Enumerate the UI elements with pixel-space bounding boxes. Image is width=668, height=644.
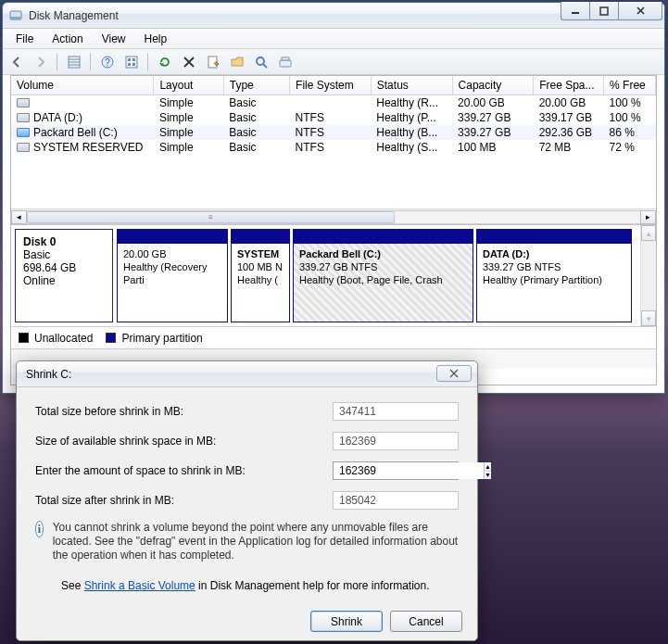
rescan-button[interactable] xyxy=(251,52,271,72)
see-prefix: See xyxy=(61,579,84,592)
svg-rect-13 xyxy=(128,63,131,66)
volume-table: Volume Layout Type File System Status Ca… xyxy=(11,76,656,155)
settings-button[interactable] xyxy=(121,52,142,72)
partition-block[interactable]: SYSTEM100 MB NHealthy ( xyxy=(231,229,290,322)
svg-rect-14 xyxy=(132,63,135,66)
label-total-before: Total size before shrink in MB: xyxy=(35,405,333,418)
scroll-left-button[interactable]: ◂ xyxy=(11,210,27,224)
partition-status: Healthy (Primary Partition) xyxy=(483,273,625,286)
menubar: File Action View Help xyxy=(3,29,664,49)
spinner-up-button[interactable]: ▲ xyxy=(485,462,491,472)
explore-button[interactable] xyxy=(275,52,296,72)
svg-point-16 xyxy=(257,57,264,65)
table-row[interactable]: SimpleBasicHealthy (R...20.00 GB20.00 GB… xyxy=(11,95,656,111)
menu-file[interactable]: File xyxy=(6,31,43,47)
app-icon xyxy=(8,8,23,23)
partition-bar xyxy=(118,230,227,244)
legend: Unallocated Primary partition xyxy=(11,326,656,348)
separator xyxy=(57,53,58,71)
spinner-down-button[interactable]: ▼ xyxy=(485,472,491,480)
forward-button[interactable] xyxy=(31,52,51,72)
partition-size: 339.27 GB NTFS xyxy=(299,260,467,273)
partition-bar xyxy=(477,230,631,244)
help-line: See Shrink a Basic Volume in Disk Manage… xyxy=(61,579,459,592)
toolbar: ? xyxy=(3,49,664,75)
dialog-close-button[interactable] xyxy=(436,365,472,382)
info-text: You cannot shrink a volume beyond the po… xyxy=(53,521,459,562)
menu-action[interactable]: Action xyxy=(43,31,92,47)
scroll-up-button[interactable]: ▴ xyxy=(641,225,656,241)
col-type[interactable]: Type xyxy=(223,76,289,95)
properties-button[interactable] xyxy=(203,52,223,72)
col-capacity[interactable]: Capacity xyxy=(452,76,534,95)
h-scrollbar[interactable]: ◂ ≡ ▸ xyxy=(11,208,656,224)
partition-block[interactable]: Packard Bell (C:)339.27 GB NTFSHealthy (… xyxy=(293,229,473,322)
value-avail-shrink: 162369 xyxy=(333,432,459,450)
partition-size: 339.27 GB NTFS xyxy=(483,260,625,273)
volume-icon xyxy=(17,143,30,152)
col-pctfree[interactable]: % Free xyxy=(604,76,656,95)
open-button[interactable] xyxy=(227,52,247,72)
svg-text:?: ? xyxy=(105,57,110,68)
shrink-dialog: Shrink C: Total size before shrink in MB… xyxy=(16,360,478,641)
close-button[interactable] xyxy=(618,2,662,20)
scroll-down-button[interactable]: ▾ xyxy=(641,310,656,326)
menu-view[interactable]: View xyxy=(93,31,135,47)
shrink-button[interactable]: Shrink xyxy=(310,611,383,632)
partition-name: SYSTEM xyxy=(237,247,284,260)
scroll-right-button[interactable]: ▸ xyxy=(640,210,656,224)
partition-block[interactable]: 20.00 GBHealthy (Recovery Parti xyxy=(117,229,228,322)
back-button[interactable] xyxy=(6,52,27,72)
value-total-after: 185042 xyxy=(333,491,459,510)
svg-rect-10 xyxy=(126,57,137,68)
disk-state: Online xyxy=(23,274,105,287)
col-layout[interactable]: Layout xyxy=(154,76,223,95)
disk-management-window: Disk Management File Action View Help ? xyxy=(2,2,665,394)
partition-size: 20.00 GB xyxy=(123,247,221,260)
view-list-button[interactable] xyxy=(64,52,84,72)
dialog-titlebar[interactable]: Shrink C: xyxy=(17,361,477,387)
partition-row: 20.00 GBHealthy (Recovery PartiSYSTEM100… xyxy=(115,225,640,326)
maximize-button[interactable] xyxy=(589,2,619,20)
table-row[interactable]: DATA (D:)SimpleBasicNTFSHealthy (P...339… xyxy=(11,110,656,125)
minimize-button[interactable] xyxy=(561,2,590,20)
partition-block[interactable]: DATA (D:)339.27 GB NTFSHealthy (Primary … xyxy=(476,229,632,322)
v-scroll-track[interactable] xyxy=(641,241,656,310)
shrink-amount-spinner: ▲ ▼ xyxy=(333,461,459,480)
table-row[interactable]: SYSTEM RESERVEDSimpleBasicNTFSHealthy (S… xyxy=(11,140,656,155)
cancel-button[interactable]: Cancel xyxy=(390,611,462,632)
col-fs[interactable]: File System xyxy=(290,76,372,95)
svg-rect-12 xyxy=(132,58,135,61)
col-status[interactable]: Status xyxy=(371,76,452,95)
volume-icon xyxy=(17,128,30,137)
delete-button[interactable] xyxy=(179,52,199,72)
help-button[interactable]: ? xyxy=(97,52,118,72)
svg-rect-19 xyxy=(282,57,289,60)
svg-rect-18 xyxy=(280,60,291,67)
volume-icon xyxy=(17,113,30,122)
content-area: Volume Layout Type File System Status Ca… xyxy=(10,75,657,385)
partition-name: Packard Bell (C:) xyxy=(299,247,467,260)
disk-size: 698.64 GB xyxy=(23,261,105,274)
v-scrollbar[interactable]: ▴ ▾ xyxy=(640,225,656,326)
scroll-track[interactable]: ≡ xyxy=(27,210,640,224)
partition-size: 100 MB N xyxy=(237,260,284,273)
svg-rect-1 xyxy=(10,17,21,19)
menu-help[interactable]: Help xyxy=(135,31,177,47)
dialog-buttons: Shrink Cancel xyxy=(17,601,477,643)
see-suffix: in Disk Management help for more informa… xyxy=(195,579,430,592)
col-volume[interactable]: Volume xyxy=(11,76,154,95)
separator xyxy=(147,53,149,71)
table-row[interactable]: Packard Bell (C:)SimpleBasicNTFSHealthy … xyxy=(11,125,656,140)
refresh-button[interactable] xyxy=(155,52,175,72)
help-link[interactable]: Shrink a Basic Volume xyxy=(84,579,195,592)
swatch-unallocated xyxy=(19,333,29,343)
separator xyxy=(90,53,92,71)
shrink-amount-input[interactable] xyxy=(334,462,484,479)
col-freespace[interactable]: Free Spa... xyxy=(534,76,604,95)
scroll-thumb[interactable]: ≡ xyxy=(27,211,395,223)
dialog-body: Total size before shrink in MB: 347411 S… xyxy=(17,387,477,601)
titlebar[interactable]: Disk Management xyxy=(3,3,664,29)
disk-info[interactable]: Disk 0 Basic 698.64 GB Online xyxy=(15,229,113,322)
svg-line-17 xyxy=(263,64,267,68)
